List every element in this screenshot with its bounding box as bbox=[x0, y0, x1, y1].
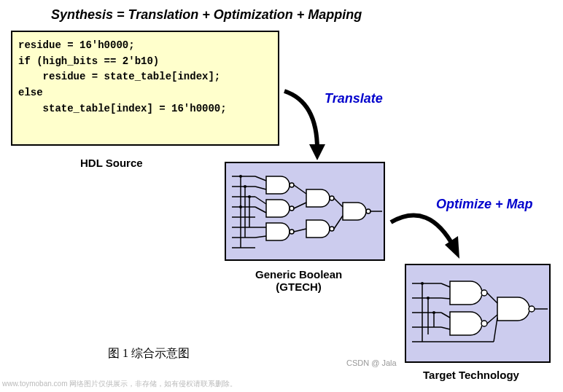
svg-line-49 bbox=[441, 283, 450, 287]
figure-caption: 图 1 综合示意图 bbox=[108, 346, 190, 361]
svg-point-19 bbox=[330, 196, 334, 200]
hdl-source-code: residue = 16'h0000; if (high_bits == 2'b… bbox=[11, 31, 279, 146]
svg-line-22 bbox=[294, 185, 306, 194]
svg-line-25 bbox=[334, 198, 343, 207]
gtech-label-top: Generic Boolean bbox=[255, 268, 342, 281]
svg-line-28 bbox=[255, 176, 266, 181]
svg-line-29 bbox=[255, 187, 266, 189]
svg-point-46 bbox=[481, 290, 487, 296]
hdl-source-label: HDL Source bbox=[80, 157, 143, 169]
svg-point-21 bbox=[366, 209, 370, 213]
svg-line-31 bbox=[255, 207, 266, 213]
optimize-map-arrow-icon bbox=[385, 189, 480, 270]
gtech-label: Generic Boolean (GTECH) bbox=[255, 268, 342, 293]
svg-line-30 bbox=[255, 197, 266, 204]
svg-point-16 bbox=[290, 183, 294, 187]
svg-line-26 bbox=[334, 216, 343, 229]
diagram-title: Synthesis = Translation + Optimization +… bbox=[51, 7, 362, 23]
svg-point-48 bbox=[529, 306, 535, 312]
watermark-footer: www.toymoban.com 网络图片仅供展示，非存储，如有侵权请联系删除。 bbox=[2, 379, 237, 389]
target-circuit-diagram bbox=[405, 264, 551, 363]
gtech-circuit-diagram bbox=[225, 162, 385, 261]
svg-line-50 bbox=[441, 298, 450, 299]
translate-arrow-icon bbox=[277, 87, 335, 168]
gtech-label-bottom: (GTECH) bbox=[276, 281, 322, 293]
code-line-3: residue = state_table[index]; bbox=[18, 69, 272, 85]
code-line-5: state_table[index] = 16'h0000; bbox=[18, 101, 272, 117]
watermark-csdn: CSDN @ Jala bbox=[346, 358, 397, 367]
svg-line-23 bbox=[294, 203, 306, 208]
code-line-2: if (high_bits == 2'b10) bbox=[18, 54, 272, 70]
svg-marker-0 bbox=[309, 144, 325, 160]
code-line-1: residue = 16'h0000; bbox=[18, 38, 272, 54]
svg-line-52 bbox=[441, 327, 450, 329]
code-line-4: else bbox=[18, 85, 272, 101]
svg-line-24 bbox=[294, 229, 306, 232]
svg-line-53 bbox=[487, 293, 497, 303]
svg-point-18 bbox=[290, 230, 294, 234]
svg-point-47 bbox=[481, 321, 487, 326]
svg-line-54 bbox=[487, 315, 497, 324]
svg-point-20 bbox=[330, 227, 334, 231]
svg-line-57 bbox=[494, 318, 497, 342]
svg-point-17 bbox=[290, 206, 294, 211]
svg-line-51 bbox=[441, 313, 450, 318]
svg-line-33 bbox=[255, 236, 266, 238]
target-technology-label: Target Technology bbox=[423, 369, 519, 381]
